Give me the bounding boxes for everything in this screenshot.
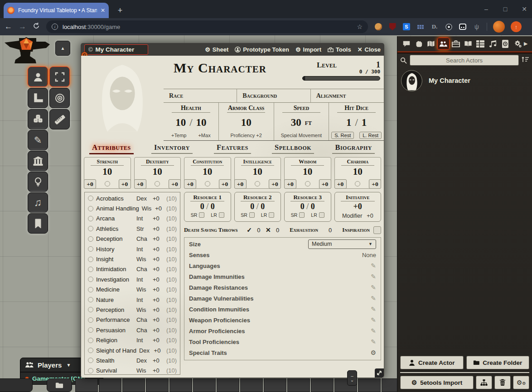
skill-name[interactable]: Persuasion bbox=[96, 327, 134, 334]
ability-score[interactable]: 10 bbox=[285, 166, 331, 177]
skill-proficiency-radio[interactable] bbox=[88, 267, 93, 272]
skill-row[interactable]: Arcana Int +0 (10) bbox=[88, 214, 177, 224]
skill-row[interactable]: Acrobatics Dex +0 (10) bbox=[88, 193, 177, 203]
window-close-button[interactable]: ✕ bbox=[521, 5, 527, 13]
dice-tool-button[interactable] bbox=[28, 109, 48, 129]
skill-name[interactable]: Investigation bbox=[96, 276, 134, 283]
hd-max[interactable]: 1 bbox=[362, 117, 367, 129]
initiative-value[interactable]: +0 bbox=[335, 202, 381, 211]
ability-block[interactable]: Strength 10 +0 +0 bbox=[84, 157, 131, 189]
ac-value[interactable]: 10 bbox=[241, 117, 251, 129]
xp-value[interactable]: 0 / 300 bbox=[359, 69, 380, 75]
skill-row[interactable]: Intimidation Cha +0 (10) bbox=[88, 264, 177, 274]
playlists-tab[interactable] bbox=[487, 38, 499, 50]
chat-tab[interactable] bbox=[400, 38, 412, 50]
resource-value[interactable]: 0 bbox=[300, 202, 305, 211]
sr-checkbox[interactable] bbox=[249, 212, 255, 218]
compendium-tab[interactable] bbox=[499, 38, 511, 50]
hp-temp-label[interactable]: +Temp bbox=[171, 133, 186, 138]
settings-tab[interactable] bbox=[512, 38, 524, 50]
edit-icon[interactable]: ✎ bbox=[371, 327, 376, 335]
background-field[interactable]: Background bbox=[237, 89, 310, 102]
macro-slot[interactable] bbox=[99, 378, 121, 392]
skill-proficiency-radio[interactable] bbox=[88, 368, 93, 373]
resource-max[interactable]: 0 bbox=[311, 202, 315, 211]
create-actor-button[interactable]: Create Actor bbox=[400, 356, 464, 369]
macro-slot[interactable] bbox=[217, 378, 239, 392]
sheet-tab[interactable]: Attributes bbox=[81, 143, 142, 154]
skill-proficiency-radio[interactable] bbox=[88, 236, 93, 242]
character-portrait[interactable] bbox=[81, 56, 164, 141]
skill-name[interactable]: Arcana bbox=[96, 215, 134, 222]
macro-slot[interactable] bbox=[146, 378, 169, 392]
skill-row[interactable]: Stealth Dex +0 (10) bbox=[88, 355, 177, 365]
url-bar[interactable]: i localhost:30000/game ☆ bbox=[46, 20, 368, 33]
ability-proficiency-radio[interactable] bbox=[205, 181, 210, 186]
skill-proficiency-radio[interactable] bbox=[88, 338, 93, 343]
long-rest-button[interactable]: L. Rest bbox=[359, 132, 382, 139]
ublock-extension-icon[interactable] bbox=[388, 23, 397, 31]
edit-icon[interactable]: ✎ bbox=[371, 316, 376, 324]
hd-current[interactable]: 1 bbox=[346, 117, 352, 129]
edit-icon[interactable]: ✎ bbox=[371, 273, 376, 280]
death-success-count[interactable]: 0 bbox=[256, 227, 262, 234]
sidebar-collapse-icon[interactable]: ▶ bbox=[524, 41, 529, 47]
skill-name[interactable]: Deception bbox=[96, 235, 134, 242]
sheet-tab[interactable]: Features bbox=[202, 143, 263, 154]
sort-icon[interactable] bbox=[522, 56, 529, 65]
inspiration-checkbox[interactable] bbox=[373, 226, 381, 234]
ability-proficiency-radio[interactable] bbox=[355, 181, 360, 186]
hotbar-page-button[interactable]: –⌄ bbox=[347, 370, 357, 386]
resource-max[interactable]: 0 bbox=[211, 202, 215, 211]
ability-score[interactable]: 10 bbox=[135, 166, 181, 177]
skill-proficiency-radio[interactable] bbox=[88, 327, 93, 333]
close-window-button[interactable]: ✕Close bbox=[358, 46, 381, 53]
skill-row[interactable]: Religion Int +0 (10) bbox=[88, 335, 177, 345]
special-movement-label[interactable]: Special Movement bbox=[281, 133, 322, 138]
window-maximize-button[interactable]: □ bbox=[502, 5, 508, 13]
measure-template-tool-button[interactable] bbox=[28, 88, 48, 108]
notes-tool-button[interactable] bbox=[28, 213, 48, 234]
site-info-icon[interactable]: i bbox=[52, 24, 58, 30]
exhaustion-value[interactable]: 0 bbox=[327, 227, 334, 234]
ability-block[interactable]: Wisdom 10 +0 +0 bbox=[284, 157, 331, 189]
skill-proficiency-radio[interactable] bbox=[88, 257, 93, 262]
skill-proficiency-radio[interactable] bbox=[88, 317, 93, 323]
skill-proficiency-radio[interactable] bbox=[88, 196, 93, 201]
new-tab-button[interactable]: + bbox=[114, 5, 126, 16]
check-icon[interactable]: ✓ bbox=[247, 226, 252, 234]
prototype-token-button[interactable]: Prototype Token bbox=[235, 46, 289, 53]
skill-row[interactable]: Nature Int +0 (10) bbox=[88, 295, 177, 305]
ability-modifier[interactable]: +0 bbox=[334, 179, 347, 189]
edit-icon[interactable]: ✎ bbox=[371, 338, 376, 345]
ability-score[interactable]: 10 bbox=[84, 166, 131, 177]
ability-save[interactable]: +0 bbox=[369, 179, 381, 189]
resource-box[interactable]: Resource 3 0 / 0 SR LR bbox=[284, 192, 331, 222]
ability-proficiency-radio[interactable] bbox=[105, 181, 110, 186]
select-region-tool-button[interactable] bbox=[49, 67, 70, 87]
macro-slot[interactable] bbox=[287, 378, 310, 392]
folder-tree-button[interactable] bbox=[476, 376, 492, 389]
edit-icon[interactable]: ✎ bbox=[371, 284, 376, 291]
macro-slot[interactable] bbox=[122, 378, 145, 392]
skill-row[interactable]: Performance Cha +0 (10) bbox=[88, 315, 177, 325]
short-rest-button[interactable]: S. Rest bbox=[331, 132, 354, 139]
actor-list-item[interactable]: My Character bbox=[397, 68, 532, 93]
skill-name[interactable]: History bbox=[96, 246, 134, 253]
ability-modifier[interactable]: +0 bbox=[284, 179, 296, 189]
skill-row[interactable]: Sleight of Hand Dex +0 (10) bbox=[88, 345, 177, 355]
settings-button[interactable]: ⚙⚙ bbox=[513, 376, 529, 389]
skill-name[interactable]: Nature bbox=[96, 296, 134, 303]
macro-slot[interactable] bbox=[358, 378, 381, 392]
search-actors-input[interactable] bbox=[410, 55, 519, 66]
ability-proficiency-radio[interactable] bbox=[255, 181, 260, 186]
bookmark-star-icon[interactable]: ☆ bbox=[357, 23, 363, 30]
skill-name[interactable]: Acrobatics bbox=[96, 195, 134, 202]
skill-name[interactable]: Athletics bbox=[96, 225, 134, 232]
edit-icon[interactable]: ✎ bbox=[371, 262, 376, 269]
journal-tab[interactable] bbox=[462, 38, 474, 50]
toolbar-collapse-button[interactable]: ▲ bbox=[55, 41, 70, 56]
size-select[interactable]: Medium▼ bbox=[308, 239, 376, 249]
macro-slot[interactable] bbox=[311, 378, 334, 392]
skill-name[interactable]: Animal Handling bbox=[96, 205, 139, 212]
